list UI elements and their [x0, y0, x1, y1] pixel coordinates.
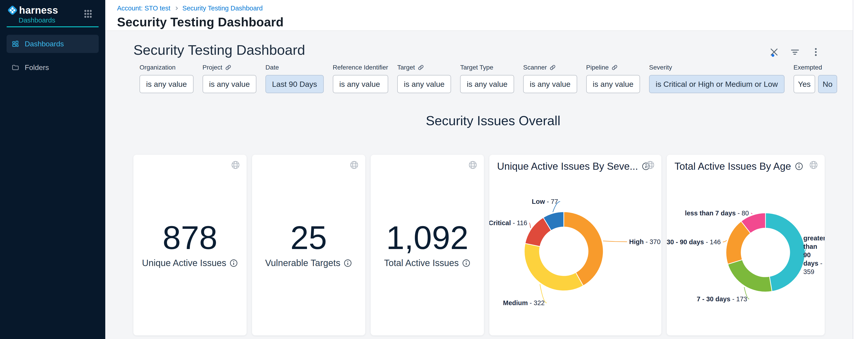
filter-exempted: Exempted Yes No: [794, 64, 837, 93]
cards-row: 878 Unique Active Issues 25 Vulnerable T…: [133, 155, 853, 335]
filter-scanner: Scanner is any value: [523, 64, 577, 93]
brand-name: harness: [19, 4, 58, 16]
metric-label: Total Active Issues: [384, 258, 459, 268]
globe-icon[interactable]: [231, 160, 240, 170]
leader-line: [529, 223, 531, 228]
exempted-yes-button[interactable]: Yes: [794, 75, 815, 93]
filter-target-type: Target Type is any value: [460, 64, 514, 93]
module-label: Dashboards: [19, 16, 55, 24]
metric-label: Unique Active Issues: [142, 258, 226, 268]
metric-card-vulnerable-targets: 25 Vulnerable Targets: [252, 155, 365, 335]
donut-slice-greater-than-90-days[interactable]: [766, 213, 805, 291]
filter-label: Reference Identifier: [333, 64, 388, 72]
filter-value-button[interactable]: is any value: [333, 75, 388, 93]
sidebar-nav: Dashboards Folders: [0, 35, 105, 77]
slice-label-30---90-days: 30 - 90 days - 146: [667, 238, 721, 246]
filter-target: Target is any value: [397, 64, 451, 93]
sidebar-item-folders[interactable]: Folders: [7, 58, 99, 77]
link-icon: [418, 64, 424, 70]
link-icon: [612, 64, 618, 70]
page-title: Security Testing Dashboard: [117, 15, 868, 29]
dashboards-icon: [11, 40, 19, 48]
main-area: Account: STO test Security Testing Dashb…: [105, 0, 868, 339]
filter-date: Date Last 90 Days: [266, 64, 323, 93]
panel-header: Security Testing Dashboard: [133, 31, 853, 58]
slice-label-Critical: Critical - 116: [489, 219, 527, 227]
filter-icon[interactable]: [790, 47, 800, 57]
nav-label: Dashboards: [25, 40, 64, 48]
donut-chart-severity[interactable]: High - 370Medium - 322Critical - 116Low …: [489, 155, 661, 335]
filter-project: Project is any value: [203, 64, 256, 93]
chart-card-issues-by-age: greaterthan90days -3597 - 30 days - 1733…: [667, 155, 825, 335]
metric-value: 1,092: [371, 221, 484, 255]
filter-value-button[interactable]: Last 90 Days: [266, 75, 323, 93]
breadcrumb-account-link[interactable]: Account: STO test: [117, 4, 170, 12]
globe-icon[interactable]: [646, 160, 655, 170]
breadcrumb-separator-icon: [175, 7, 178, 10]
more-options-icon[interactable]: [811, 47, 821, 57]
filter-bar: Organization is any value Project is any…: [140, 64, 853, 93]
metric-value: 25: [252, 221, 365, 255]
breadcrumb-page-link[interactable]: Security Testing Dashboard: [182, 4, 263, 12]
link-icon: [225, 64, 231, 70]
filter-label: Target: [397, 64, 415, 71]
brand-row[interactable]: harness: [7, 4, 58, 16]
filter-value-button[interactable]: is any value: [203, 75, 256, 93]
exempted-no-button[interactable]: No: [818, 75, 837, 93]
nav-label: Folders: [25, 63, 49, 72]
filter-value-button[interactable]: is any value: [140, 75, 193, 93]
leader-line: [723, 241, 727, 242]
dashboard-title: Security Testing Dashboard: [133, 42, 305, 58]
info-icon[interactable]: [343, 259, 352, 267]
metric-card-total-active-issues: 1,092 Total Active Issues: [371, 155, 484, 335]
link-icon: [550, 64, 556, 70]
slice-label-High: High - 370: [629, 238, 661, 245]
filter-label: Target Type: [460, 64, 514, 72]
filter-label: Exempted: [794, 64, 837, 72]
sidebar-divider: [7, 26, 99, 27]
panel-actions: [769, 47, 821, 57]
info-icon[interactable]: [229, 259, 238, 267]
filter-label: Organization: [140, 64, 193, 72]
filter-label: Date: [266, 64, 323, 72]
filter-value-button[interactable]: is any value: [586, 75, 640, 93]
filter-severity: Severity is Critical or High or Medium o…: [649, 64, 784, 93]
chart-card-issues-by-severity: High - 370Medium - 322Critical - 116Low …: [489, 155, 661, 335]
filter-reference-identifier: Reference Identifier is any value: [333, 64, 388, 93]
globe-icon[interactable]: [809, 160, 818, 170]
slice-label-Medium: Medium - 322: [503, 299, 545, 307]
slice-label-Low: Low - 77: [532, 198, 558, 205]
donut-slice-7---30-days[interactable]: [728, 260, 772, 292]
filter-organization: Organization is any value: [140, 64, 193, 93]
harness-logo-icon: [7, 5, 18, 16]
globe-icon[interactable]: [468, 160, 477, 170]
cursor-dot: [772, 54, 774, 57]
donut-slice-Medium[interactable]: [524, 243, 583, 291]
metric-label: Vulnerable Targets: [265, 258, 340, 268]
dashboard-panel: Security Testing Dashboard: [105, 31, 853, 339]
exempted-toggle: Yes No: [794, 75, 837, 93]
folder-icon: [11, 64, 19, 72]
scrollbar-gutter[interactable]: [853, 0, 868, 339]
slice-label-7---30-days: 7 - 30 days - 173: [697, 295, 747, 303]
slice-label-greater-than-90-days: greaterthan90days -359: [803, 234, 825, 275]
donut-chart-age[interactable]: greaterthan90days -3597 - 30 days - 1733…: [667, 155, 825, 335]
filter-pipeline: Pipeline is any value: [586, 64, 640, 93]
globe-icon[interactable]: [349, 160, 359, 170]
filter-label: Severity: [649, 64, 784, 72]
filter-label: Scanner: [523, 64, 547, 71]
filter-label: Project: [203, 64, 222, 71]
app-grid-icon[interactable]: [84, 9, 92, 19]
topbar: Account: STO test Security Testing Dashb…: [105, 0, 868, 31]
filter-label: Pipeline: [586, 64, 609, 71]
metric-value: 878: [133, 221, 247, 255]
filter-value-button[interactable]: is any value: [397, 75, 451, 93]
filter-value-button[interactable]: is any value: [460, 75, 514, 93]
filter-value-button[interactable]: is Critical or High or Medium or Low: [649, 75, 784, 93]
info-icon[interactable]: [462, 259, 470, 267]
sidebar: harness Dashboards Dash: [0, 0, 105, 339]
sidebar-item-dashboards[interactable]: Dashboards: [7, 35, 99, 53]
filter-value-button[interactable]: is any value: [523, 75, 577, 93]
section-title: Security Issues Overall: [133, 113, 853, 129]
leader-line: [603, 241, 627, 242]
